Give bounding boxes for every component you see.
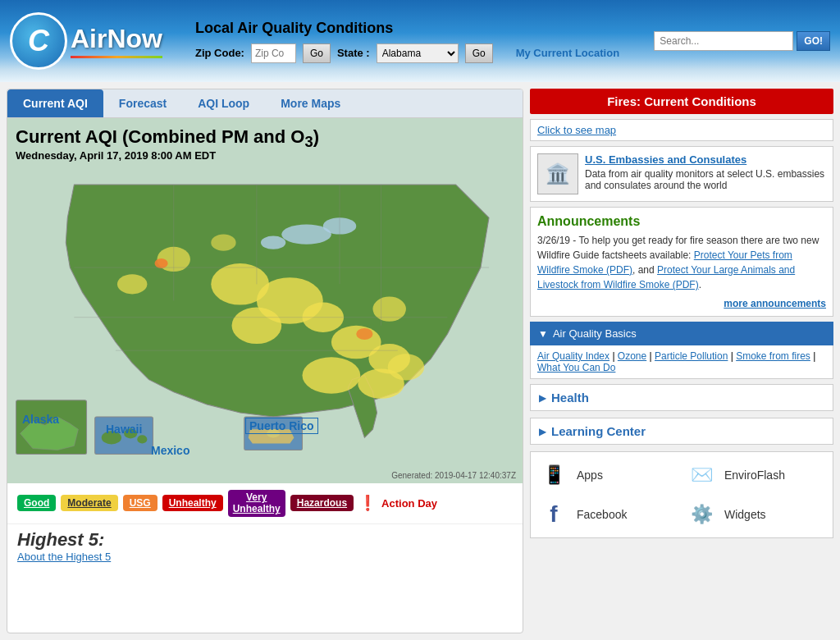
location-row: Zip Code: Go State : Alabama Alaska Ariz… — [195, 43, 654, 63]
state-label: State : — [337, 47, 370, 59]
embassy-icon: 🏛️ — [537, 153, 578, 194]
highest-section: Highest 5: About the Highest 5 — [7, 523, 523, 568]
svg-point-7 — [232, 308, 282, 345]
more-announcements-link[interactable]: more announcements — [724, 298, 826, 309]
action-day-icon: ❗ — [358, 494, 377, 512]
tab-aqi-loop[interactable]: AQI Loop — [182, 89, 265, 117]
header-right: GO! — [654, 31, 830, 51]
announcements-text: 3/26/19 - To help you get ready for fire… — [537, 233, 826, 292]
apps-item[interactable]: 📱 Apps — [537, 459, 678, 491]
zip-input[interactable] — [251, 43, 296, 63]
announcements-box: Announcements 3/26/19 - To help you get … — [530, 207, 833, 317]
hawaii-label: Hawaii — [106, 423, 142, 436]
fires-link[interactable]: Click to see map — [537, 124, 616, 136]
aq-link-ozone[interactable]: Ozone — [618, 350, 646, 362]
enviroflash-label: EnviroFlash — [724, 469, 785, 482]
aq-basics-header[interactable]: ▼ Air Quality Basics — [530, 322, 833, 345]
svg-point-18 — [154, 258, 167, 268]
my-location-link[interactable]: My Current Location — [516, 47, 619, 59]
aq-link-index[interactable]: Air Quality Index — [537, 350, 609, 362]
puerto-rico-label: Puerto Rico — [245, 418, 318, 434]
logo-underline — [71, 56, 162, 58]
embassy-desc: Data from air quality monitors at select… — [585, 168, 826, 191]
embassy-text: U.S. Embassies and Consulates Data from … — [585, 153, 826, 191]
logo-area: C AirNow — [10, 12, 162, 70]
logo-c-letter: C — [28, 24, 49, 58]
learning-center-label: Learning Center — [551, 424, 646, 438]
legend-moderate[interactable]: Moderate — [61, 495, 117, 511]
page-title: Local Air Quality Conditions — [195, 20, 654, 37]
svg-point-13 — [303, 357, 361, 394]
aq-link-smoke[interactable]: Smoke from fires — [736, 350, 810, 362]
widgets-item[interactable]: ⚙️ Widgets — [685, 498, 826, 531]
alaska-label: Alaska — [22, 413, 59, 426]
facebook-item[interactable]: f Facebook — [537, 498, 678, 531]
aq-basics-arrow: ▼ — [538, 328, 548, 340]
facebook-label: Facebook — [577, 508, 627, 521]
tab-current-aqi[interactable]: Current AQI — [7, 89, 103, 117]
learning-center-collapsible[interactable]: ▶ Learning Center — [530, 418, 833, 445]
map-container: Current AQI (Combined PM and O3) Wednesd… — [7, 118, 523, 483]
legend-good[interactable]: Good — [17, 495, 56, 511]
search-input[interactable] — [654, 31, 793, 51]
widgets-label: Widgets — [724, 508, 766, 521]
tabs-bar: Current AQI Forecast AQI Loop More Maps — [7, 89, 523, 118]
health-collapsible[interactable]: ▶ Health — [530, 384, 833, 411]
bottom-icons: 📱 Apps ✉️ EnviroFlash f Facebook ⚙️ Widg… — [530, 451, 833, 538]
state-go-button[interactable]: Go — [465, 43, 493, 63]
main-content: Current AQI Forecast AQI Loop More Maps … — [0, 82, 840, 640]
state-select[interactable]: Alabama Alaska Arizona — [377, 43, 459, 63]
logo-circle: C — [10, 12, 67, 70]
enviroflash-item[interactable]: ✉️ EnviroFlash — [685, 459, 826, 491]
svg-point-16 — [117, 274, 147, 294]
about-highest-link[interactable]: About the Highest 5 — [17, 551, 111, 563]
aq-basics-title: Air Quality Basics — [553, 327, 637, 340]
highest-title: Highest 5: — [17, 529, 513, 551]
header-center: Local Air Quality Conditions Zip Code: G… — [195, 20, 654, 63]
aq-basics-body: Air Quality Index | Ozone | Particle Pol… — [530, 345, 833, 379]
fires-link-row: Click to see map — [530, 119, 833, 141]
svg-point-31 — [137, 435, 147, 443]
legend-usg[interactable]: USG — [123, 495, 158, 511]
widgets-icon: ⚙️ — [685, 498, 718, 531]
svg-point-12 — [372, 296, 405, 321]
search-go-button[interactable]: GO! — [797, 31, 830, 51]
svg-point-17 — [211, 235, 235, 251]
logo-text: AirNow — [71, 24, 162, 54]
search-row: GO! — [654, 31, 830, 51]
tab-more-maps[interactable]: More Maps — [265, 89, 356, 117]
embassy-box: 🏛️ U.S. Embassies and Consulates Data fr… — [530, 146, 833, 202]
left-panel: Current AQI Forecast AQI Loop More Maps … — [7, 89, 523, 633]
announcements-title: Announcements — [537, 214, 826, 229]
more-announcements: more announcements — [537, 297, 826, 309]
health-arrow: ▶ — [539, 392, 546, 404]
right-panel: Fires: Current Conditions Click to see m… — [530, 89, 833, 633]
svg-point-4 — [261, 236, 285, 249]
legend-unhealthy[interactable]: Unhealthy — [162, 495, 223, 511]
aq-link-what[interactable]: What You Can Do — [537, 362, 615, 373]
fires-box: Fires: Current Conditions — [530, 89, 833, 114]
facebook-icon: f — [537, 498, 570, 531]
legend-very-unhealthy[interactable]: VeryUnhealthy — [228, 490, 285, 517]
legend-row: Good Moderate USG Unhealthy VeryUnhealth… — [7, 483, 523, 523]
svg-point-15 — [388, 354, 425, 380]
map-generated: Generated: 2019-04-17 12:40:37Z — [391, 471, 516, 480]
legend-hazardous[interactable]: Hazardous — [290, 495, 354, 511]
map-subtitle: Wednesday, April 17, 2019 8:00 AM EDT — [16, 149, 216, 162]
svg-point-19 — [356, 328, 372, 340]
zip-label: Zip Code: — [195, 47, 244, 59]
apps-icon: 📱 — [537, 459, 570, 491]
aq-basics-section: ▼ Air Quality Basics Air Quality Index |… — [530, 322, 833, 379]
learning-arrow: ▶ — [539, 426, 546, 437]
zip-go-button[interactable]: Go — [303, 43, 331, 63]
apps-label: Apps — [577, 469, 603, 482]
header: C AirNow Local Air Quality Conditions Zi… — [0, 0, 840, 82]
embassy-link[interactable]: U.S. Embassies and Consulates — [585, 153, 746, 166]
health-label: Health — [551, 391, 589, 405]
map-title: Current AQI (Combined PM and O3) — [16, 126, 319, 151]
mexico-label: Mexico — [151, 444, 189, 457]
enviroflash-icon: ✉️ — [685, 459, 718, 491]
aq-link-particle[interactable]: Particle Pollution — [655, 350, 728, 362]
tab-forecast[interactable]: Forecast — [103, 89, 182, 117]
action-day-label: Action Day — [381, 497, 437, 510]
